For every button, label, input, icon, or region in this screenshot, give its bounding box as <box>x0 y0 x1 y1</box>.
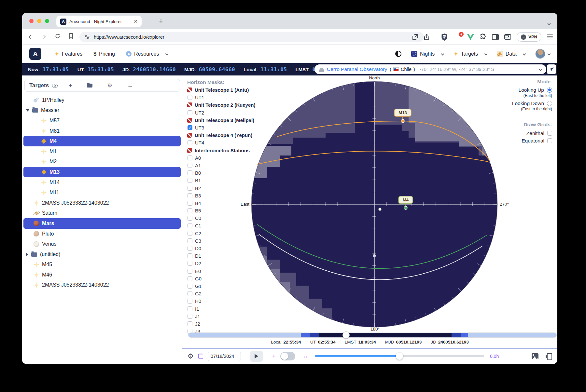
mask-option-b4[interactable]: B4 <box>187 199 262 207</box>
target-item-m13[interactable]: M13 <box>23 167 181 177</box>
mask-checkbox[interactable] <box>188 314 192 319</box>
export-image-icon[interactable] <box>532 353 538 359</box>
date-input[interactable] <box>208 352 241 361</box>
target-item-2mass-j05233822-1403022[interactable]: 2MASS J05233822-1403022 <box>23 198 181 208</box>
targets-settings-button[interactable]: ⚙ <box>107 82 112 89</box>
mask-checkbox[interactable] <box>188 291 192 296</box>
brave-shields-icon[interactable] <box>441 33 448 41</box>
target-item-m46[interactable]: M46 <box>23 270 181 280</box>
link-icon[interactable] <box>52 84 57 87</box>
target-item-messier[interactable]: Messier <box>23 105 181 116</box>
mask-option-c0[interactable]: C0 <box>187 214 262 222</box>
mask-checkbox[interactable] <box>188 269 192 274</box>
grid-checkbox[interactable] <box>547 131 552 136</box>
night-timeline-bar[interactable] <box>188 332 557 338</box>
mask-checkbox[interactable] <box>188 95 192 100</box>
browser-menu-icon[interactable] <box>547 34 553 39</box>
mask-option-ut2[interactable]: UT2 <box>187 109 262 116</box>
mask-checkbox[interactable] <box>188 284 192 289</box>
mask-option-j1[interactable]: J1 <box>187 313 262 320</box>
add-target-button[interactable]: + <box>68 82 72 89</box>
target-item-m81[interactable]: M81 <box>23 126 181 136</box>
url-text[interactable]: https://www.arcsecond.io/explorer <box>94 34 164 40</box>
open-external-icon[interactable] <box>412 34 418 40</box>
settings-gear-icon[interactable]: ⚙ <box>188 352 194 360</box>
mask-option-c1[interactable]: C1 <box>187 222 262 229</box>
new-folder-button[interactable] <box>87 84 92 88</box>
mask-checkbox[interactable] <box>188 155 192 160</box>
mask-option-ut4[interactable]: UT4 <box>187 139 262 146</box>
folder-chevron-icon[interactable] <box>26 253 28 256</box>
target-item-2mass-j05233822-1403022[interactable]: 2MASS J05233822-1403022 <box>23 280 181 291</box>
back-button[interactable] <box>29 34 32 40</box>
vpn-button[interactable]: – VPN <box>517 32 541 42</box>
reload-button[interactable] <box>55 33 61 40</box>
mask-checkbox[interactable] <box>188 299 192 304</box>
target-item-m45[interactable]: M45 <box>23 260 181 270</box>
mask-checkbox[interactable] <box>188 223 192 228</box>
mask-checkbox[interactable] <box>188 246 192 251</box>
timeline-handle[interactable] <box>342 331 350 339</box>
mask-checkbox[interactable] <box>188 261 192 266</box>
mask-checkbox[interactable] <box>188 140 192 145</box>
arcsecond-logo[interactable]: A <box>29 48 41 60</box>
zoom-plus-icon[interactable]: + <box>272 353 276 360</box>
mask-option-b0[interactable]: B0 <box>187 169 262 177</box>
tab-search-chevron-icon[interactable] <box>548 20 550 26</box>
url-bar[interactable]: https://www.arcsecond.io/explorer <box>79 32 424 42</box>
mask-option-d1[interactable]: D1 <box>187 252 262 260</box>
mask-option-b2[interactable]: B2 <box>187 184 262 192</box>
sidebar-panel-icon[interactable] <box>492 34 499 40</box>
grid-option-zenithal[interactable]: Zenithal <box>477 129 552 137</box>
mask-checkbox[interactable] <box>188 253 192 258</box>
observatory-selector[interactable]: Cerro Paranal Observatory ( Chile ) -70°… <box>314 64 546 74</box>
mask-checkbox[interactable] <box>188 186 192 191</box>
mask-option-ut1[interactable]: UT1 <box>187 94 262 101</box>
mask-option-e0[interactable]: E0 <box>187 267 262 275</box>
mask-option-b5[interactable]: B5 <box>187 207 262 214</box>
mask-checkbox[interactable] <box>188 163 192 168</box>
nav-nights[interactable]: Nights <box>411 51 444 57</box>
mask-checkbox[interactable] <box>188 216 192 221</box>
nav-pricing[interactable]: $Pricing <box>93 51 115 57</box>
mask-checkbox[interactable] <box>188 208 192 213</box>
mask-option-g0[interactable]: G0 <box>187 275 262 282</box>
mode-radio[interactable] <box>547 101 552 106</box>
mode-radio[interactable] <box>547 88 552 93</box>
browser-tab[interactable]: A Arcsecond - Night Explorer ✕ <box>56 16 142 27</box>
mask-checkbox[interactable] <box>188 178 192 183</box>
mask-option-ut3[interactable]: ✓UT3 <box>187 124 262 131</box>
print-icon[interactable] <box>546 353 552 359</box>
mask-option-d0[interactable]: D0 <box>187 245 262 252</box>
mask-option-a1[interactable]: A1 <box>187 162 262 169</box>
mask-checkbox[interactable] <box>188 193 192 198</box>
share-icon[interactable] <box>424 34 429 40</box>
mask-checkbox[interactable] <box>188 170 192 175</box>
brave-rewards-icon[interactable]: 4 <box>453 34 461 41</box>
mask-checkbox[interactable] <box>188 231 192 236</box>
target-item-m2[interactable]: M2 <box>23 157 181 167</box>
collapse-sidebar-button[interactable]: ← <box>127 82 133 89</box>
mask-checkbox[interactable] <box>188 321 192 326</box>
minimize-window-button[interactable] <box>37 19 41 23</box>
mask-option-g2[interactable]: G2 <box>187 290 262 297</box>
target-item-1p-halley[interactable]: 1P/Halley <box>23 95 181 105</box>
target-item-m4[interactable]: M4 <box>23 136 181 146</box>
target-item-m57[interactable]: M57 <box>23 115 181 126</box>
mask-option-b3[interactable]: B3 <box>187 192 262 199</box>
mask-checkbox[interactable] <box>188 201 192 206</box>
dark-mode-toggle-icon[interactable] <box>395 51 401 57</box>
user-menu[interactable] <box>535 49 550 59</box>
nav-resources[interactable]: AResources <box>126 51 168 57</box>
grid-checkbox[interactable] <box>547 138 552 143</box>
mask-option-c3[interactable]: C3 <box>187 237 262 245</box>
target-item-m14[interactable]: M14 <box>23 177 181 188</box>
nav-data[interactable]: Data <box>497 51 525 57</box>
mask-checkbox[interactable] <box>188 238 192 243</box>
play-button[interactable] <box>250 351 263 362</box>
nav-targets[interactable]: Targets <box>453 51 487 57</box>
mask-option-i1[interactable]: I1 <box>187 305 262 312</box>
locate-button[interactable] <box>547 64 556 74</box>
target-item--untitled-[interactable]: (untitled) <box>23 249 181 260</box>
target-item-mars[interactable]: Mars <box>23 218 181 229</box>
